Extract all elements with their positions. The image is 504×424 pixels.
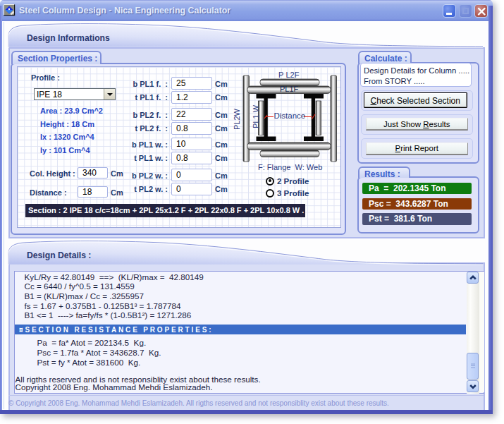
svg-text:F: Flange W: Web: F: Flange W: Web	[258, 163, 322, 171]
svg-text:P L2F: P L2F	[278, 71, 300, 79]
svg-text:PL1 W: PL1 W	[252, 104, 260, 128]
svg-text:PL2W: PL2W	[233, 108, 241, 130]
svg-text:Distance: Distance	[274, 111, 306, 120]
svg-text:PL1F: PL1F	[280, 85, 299, 93]
